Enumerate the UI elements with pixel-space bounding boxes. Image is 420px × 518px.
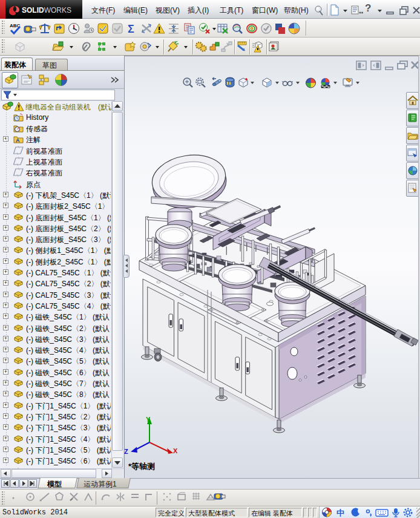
- svg-text:SOLIDWORKS: SOLIDWORKS: [22, 6, 71, 15]
- svg-text:Σ: Σ: [128, 23, 134, 35]
- svg-text:A: A: [16, 137, 20, 143]
